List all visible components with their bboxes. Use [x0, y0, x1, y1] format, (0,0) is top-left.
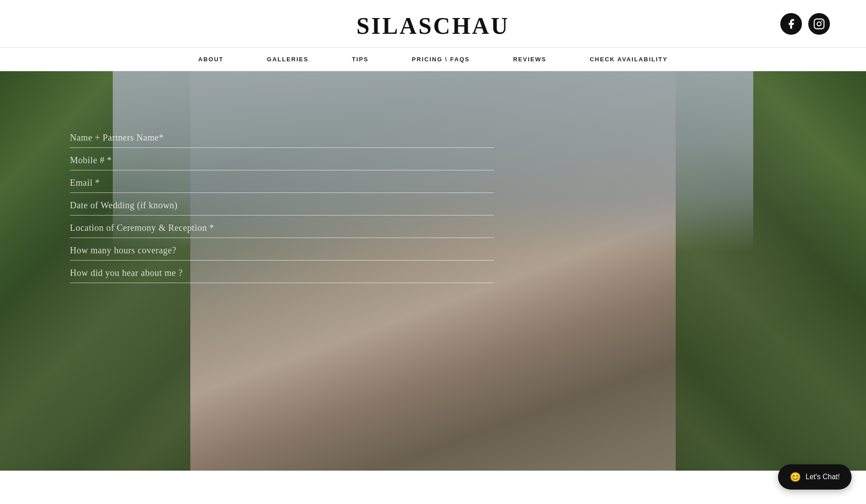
mobile-input[interactable] [70, 155, 494, 165]
main-nav: ABOUT GALLERIES TIPS PRICING \ FAQS REVI… [0, 47, 866, 71]
chat-button[interactable]: 😊 Let's Chat! [778, 464, 852, 471]
svg-point-1 [817, 22, 821, 26]
form-field-hear-about [70, 261, 494, 283]
form-field-hours [70, 238, 494, 261]
header-top: SILASCHAU [0, 0, 866, 47]
instagram-icon [813, 18, 825, 30]
nav-item-reviews[interactable]: REVIEWS [491, 56, 568, 63]
form-field-email [70, 170, 494, 193]
nav-item-galleries[interactable]: GALLERIES [245, 56, 330, 63]
facebook-button[interactable] [780, 13, 802, 35]
name-partners-input[interactable] [70, 133, 494, 143]
svg-point-2 [821, 20, 823, 22]
location-input[interactable] [70, 223, 494, 233]
nav-item-pricing-faqs[interactable]: PRICING \ FAQS [390, 56, 491, 63]
form-field-name [70, 125, 494, 148]
nav-item-tips[interactable]: TIPS [330, 56, 390, 63]
hero-section [0, 71, 866, 471]
hours-coverage-input[interactable] [70, 245, 494, 256]
wedding-date-input[interactable] [70, 200, 494, 211]
contact-form [70, 125, 494, 283]
nav-item-check-availability[interactable]: CHECK AVAILABILITY [568, 56, 689, 63]
form-field-wedding-date [70, 193, 494, 215]
site-logo[interactable]: SILASCHAU [356, 13, 509, 39]
social-icons [780, 13, 830, 35]
form-field-location [70, 215, 494, 238]
email-input[interactable] [70, 178, 494, 188]
facebook-icon [785, 18, 797, 30]
svg-rect-0 [814, 19, 824, 29]
nav-item-about[interactable]: ABOUT [177, 56, 245, 63]
hear-about-input[interactable] [70, 268, 494, 278]
header: SILASCHAU ABOUT GALLERIES TIPS PRICING \… [0, 0, 866, 71]
instagram-button[interactable] [808, 13, 830, 35]
form-field-mobile [70, 148, 494, 170]
